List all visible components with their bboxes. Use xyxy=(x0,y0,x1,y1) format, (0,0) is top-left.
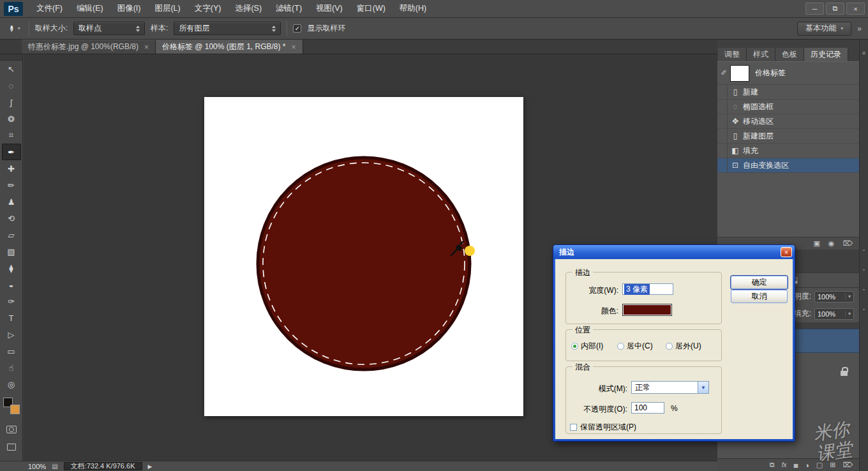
collapsed-panel-icon[interactable]: ▪ xyxy=(863,267,864,272)
history-state-free-transform-selection[interactable]: ⊡ 自由变换选区 xyxy=(717,158,859,173)
document-tab-2[interactable]: 价格标签 @ 100% (图层 1, RGB/8) * × xyxy=(156,40,303,54)
menu-window[interactable]: 窗口(W) xyxy=(350,0,393,18)
dialog-close-button[interactable]: × xyxy=(781,247,792,257)
position-inside-radio[interactable]: 内部(I) xyxy=(571,341,603,352)
menu-help[interactable]: 帮助(H) xyxy=(393,0,433,18)
delete-layer-icon[interactable]: ⌦ xyxy=(842,461,853,469)
background-color-swatch[interactable] xyxy=(10,405,20,414)
current-tool-button[interactable]: ✒ ▾ xyxy=(5,22,23,35)
menu-view[interactable]: 视图(V) xyxy=(309,0,350,18)
history-source-icon[interactable]: ✐ xyxy=(717,69,730,77)
layer-effects-icon[interactable]: fx xyxy=(782,461,787,468)
history-brush-tool[interactable]: ⟲ xyxy=(2,210,21,227)
red-circle-shape xyxy=(258,158,470,370)
mode-label: 模式(M): xyxy=(566,384,627,394)
zoom-tool[interactable]: ◎ xyxy=(2,376,21,392)
pen-tool[interactable]: ✑ xyxy=(2,293,21,310)
document-tab-1[interactable]: 特惠价标签.jpg @ 100%(RGB/8) × xyxy=(22,40,156,54)
history-source-well[interactable] xyxy=(717,144,728,158)
tab-close-icon[interactable]: × xyxy=(144,43,149,52)
clone-stamp-tool[interactable]: ♟ xyxy=(2,193,21,210)
dodge-tool[interactable]: ◒ xyxy=(2,276,21,293)
opacity-combo[interactable]: 100% ▾ xyxy=(814,291,854,303)
history-snapshot-row[interactable]: ✐ 价格标签 xyxy=(717,62,859,85)
sample-size-select[interactable]: 取样点 xyxy=(73,22,145,35)
eyedropper-tool[interactable]: ✒ xyxy=(2,144,21,160)
healing-brush-tool[interactable]: ✚ xyxy=(2,160,21,177)
history-state-new-layer[interactable]: ▯ 新建图层 xyxy=(717,129,859,144)
video-watermark: 米你 课堂 xyxy=(802,417,864,466)
path-selection-tool[interactable]: ▷ xyxy=(2,326,21,343)
ok-button[interactable]: 确定 xyxy=(731,276,788,289)
history-source-well[interactable] xyxy=(717,114,728,128)
fill-combo[interactable]: 100% ▾ xyxy=(814,308,854,320)
menu-type[interactable]: 文字(Y) xyxy=(188,0,228,18)
position-center-radio[interactable]: 居中(C) xyxy=(617,341,653,352)
dialog-title-bar[interactable]: 描边 × xyxy=(553,245,795,259)
panel-menu-icon[interactable]: ≡ xyxy=(862,50,865,56)
hand-tool[interactable]: ☝ xyxy=(2,359,21,376)
separator xyxy=(29,21,29,36)
crop-tool[interactable]: ⌗ xyxy=(2,127,21,144)
tab-close-icon[interactable]: × xyxy=(291,43,296,52)
blend-opacity-input[interactable]: 100 xyxy=(631,402,664,414)
collapsed-panel-icon[interactable]: ▪ xyxy=(863,307,864,311)
add-layer-mask-icon[interactable]: ◙ xyxy=(794,461,798,469)
history-state-fill[interactable]: ◧ 填充 xyxy=(717,144,859,158)
history-source-well[interactable] xyxy=(717,158,728,172)
document-canvas[interactable] xyxy=(204,97,523,416)
new-snapshot-icon[interactable]: ◉ xyxy=(828,239,835,248)
eraser-tool[interactable]: ▱ xyxy=(2,227,21,243)
menu-filter[interactable]: 滤镜(T) xyxy=(269,0,309,18)
gradient-tool[interactable]: ▧ xyxy=(2,243,21,260)
collapsed-panel-icon[interactable]: ▪ xyxy=(863,248,864,252)
blend-group-legend: 混合 xyxy=(572,362,593,373)
preserve-transparency-checkbox[interactable]: 保留透明区域(P) xyxy=(570,422,636,433)
close-button[interactable]: × xyxy=(846,3,865,15)
tab-styles[interactable]: 样式 xyxy=(747,48,775,61)
panel-grip[interactable] xyxy=(0,54,22,61)
new-doc-from-state-icon[interactable]: ▣ xyxy=(813,239,819,248)
brush-tool[interactable]: ✏ xyxy=(2,177,21,193)
show-sampling-ring-checkbox[interactable]: ✓ xyxy=(293,24,301,33)
menu-select[interactable]: 选择(S) xyxy=(228,0,269,18)
collapsed-panel-icon[interactable]: ▪ xyxy=(863,287,864,292)
zoom-level[interactable]: 100% xyxy=(28,463,46,470)
lasso-tool[interactable]: ʃ xyxy=(2,94,21,110)
history-source-well[interactable] xyxy=(717,85,728,99)
type-tool[interactable]: T xyxy=(2,310,21,326)
ellipse-marquee-tool[interactable]: ◌ xyxy=(2,77,21,94)
menu-image[interactable]: 图像(I) xyxy=(110,0,148,18)
history-source-well[interactable] xyxy=(717,129,728,143)
tab-history[interactable]: 历史记录 xyxy=(804,48,848,61)
cancel-button[interactable]: 取消 xyxy=(731,290,788,303)
overflow-chevron-icon[interactable]: » xyxy=(857,24,862,33)
status-menu-arrow-icon[interactable]: ▶ xyxy=(148,463,153,470)
history-state-new[interactable]: ▯ 新建 xyxy=(717,85,859,100)
quick-mask-icon[interactable] xyxy=(6,426,17,433)
blur-tool-icon: ⧫ xyxy=(9,264,13,273)
width-input[interactable]: 3 像素 xyxy=(622,283,673,295)
sample-select[interactable]: 所有图层 xyxy=(174,22,281,35)
rectangle-tool[interactable]: ▭ xyxy=(2,343,21,359)
history-source-well[interactable] xyxy=(717,100,728,114)
quick-selection-tool[interactable]: ❂ xyxy=(2,110,21,127)
history-state-move-selection[interactable]: ✥ 移动选区 xyxy=(717,114,859,129)
tab-adjustments[interactable]: 调整 xyxy=(718,48,747,61)
workspace-switcher-button[interactable]: 基本功能 ▾ xyxy=(797,22,851,36)
link-layers-icon[interactable]: ⧉ xyxy=(770,461,775,469)
history-state-ellipse-marquee[interactable]: ◌ 椭圆选框 xyxy=(717,100,859,114)
blend-mode-select[interactable]: 正常 ▼ xyxy=(631,381,709,394)
screen-mode-icon[interactable] xyxy=(7,444,16,451)
tab-swatches[interactable]: 色板 xyxy=(775,48,804,61)
blur-tool[interactable]: ⧫ xyxy=(2,260,21,276)
stroke-color-swatch[interactable] xyxy=(622,304,672,316)
menu-file[interactable]: 文件(F) xyxy=(29,0,70,18)
menu-edit[interactable]: 编辑(E) xyxy=(70,0,110,18)
menu-layer[interactable]: 图层(L) xyxy=(147,0,187,18)
move-tool[interactable]: ↖ xyxy=(2,61,21,77)
minimize-button[interactable]: ─ xyxy=(805,3,824,15)
delete-state-icon[interactable]: ⌦ xyxy=(842,239,853,248)
position-outside-radio[interactable]: 居外(U) xyxy=(666,341,701,352)
restore-button[interactable]: ⧉ xyxy=(826,3,844,15)
